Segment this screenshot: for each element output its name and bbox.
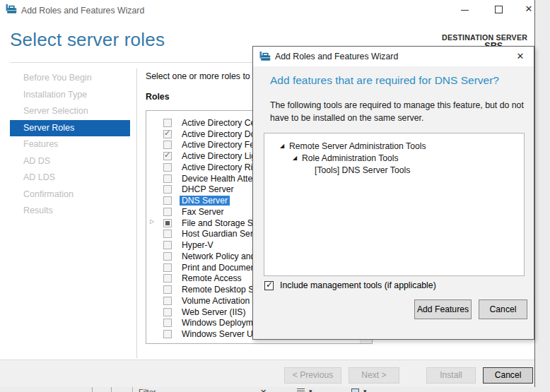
dialog-title: Add Roles and Features Wizard xyxy=(275,52,398,61)
background-divider xyxy=(111,387,112,392)
dialog-close-button[interactable]: ✕ xyxy=(511,47,529,66)
dialog-titlebar: Add Roles and Features Wizard ✕ xyxy=(253,47,534,66)
role-label: DNS Server xyxy=(180,196,230,206)
next-button[interactable]: Next > xyxy=(349,367,399,384)
role-checkbox[interactable] xyxy=(163,263,172,272)
role-checkbox[interactable] xyxy=(163,297,172,305)
sidebar-item-results[interactable]: Results xyxy=(10,203,130,220)
role-checkbox[interactable] xyxy=(163,163,172,172)
tree-item-label: [Tools] DNS Server Tools xyxy=(315,165,410,175)
role-checkbox[interactable] xyxy=(163,308,172,316)
sidebar-item-server-selection[interactable]: Server Selection xyxy=(10,103,130,120)
role-checkbox[interactable]: ✓ xyxy=(163,152,172,160)
required-features-tree: ◢Remote Server Administration Tools◢Role… xyxy=(264,133,525,276)
maximize-button[interactable] xyxy=(486,0,510,18)
role-label: Remote Access xyxy=(180,273,244,283)
previous-button[interactable]: < Previous xyxy=(284,367,341,384)
role-label: DHCP Server xyxy=(180,184,236,194)
role-label: Active Directory Righ xyxy=(180,162,264,172)
roles-list-label: Roles xyxy=(146,92,170,102)
maximize-icon xyxy=(495,6,503,13)
tree-item-label: Remote Server Administration Tools xyxy=(289,141,426,151)
role-checkbox[interactable] xyxy=(163,252,172,261)
role-label: Active Directory Ligh xyxy=(180,151,263,161)
wizard-steps-nav: Before You BeginInstallation TypeServer … xyxy=(10,70,130,220)
checkmark-icon: ✓ xyxy=(164,129,170,138)
page-title: Select server roles xyxy=(10,29,165,51)
checkmark-icon: ✓ xyxy=(266,280,273,290)
background-divider xyxy=(92,387,93,392)
caret-down-icon: ▾ xyxy=(363,388,367,392)
dialog-heading: Add features that are required for DNS S… xyxy=(270,74,499,87)
role-checkbox[interactable]: ✓ xyxy=(163,130,172,138)
include-tools-label: Include management tools (if applicable) xyxy=(280,280,436,290)
role-label: Fax Server xyxy=(180,207,226,217)
role-checkbox[interactable] xyxy=(163,274,172,283)
role-checkbox[interactable] xyxy=(163,230,172,238)
role-checkbox[interactable] xyxy=(163,196,172,205)
save-icon xyxy=(351,388,359,392)
filter-input[interactable]: Filter xyxy=(139,388,156,392)
roles-wizard-icon xyxy=(259,51,271,62)
role-label: Hyper-V xyxy=(180,240,216,250)
role-label: Active Directory Cert xyxy=(180,118,263,128)
checkmark-icon: ✓ xyxy=(164,150,170,160)
sidebar-item-features[interactable]: Features xyxy=(10,136,130,153)
dialog-body-text: The following tools are required to mana… xyxy=(270,99,525,125)
tree-expanded-icon[interactable]: ◢ xyxy=(280,143,289,149)
role-checkbox[interactable] xyxy=(163,241,172,249)
install-button[interactable]: Install xyxy=(426,367,476,384)
role-checkbox[interactable] xyxy=(163,141,172,149)
partial-check-icon xyxy=(165,221,170,225)
role-checkbox[interactable] xyxy=(163,219,172,227)
add-features-dialog: Add Roles and Features Wizard ✕ Add feat… xyxy=(252,46,534,340)
window-title: Add Roles and Features Wizard xyxy=(21,6,144,16)
close-icon: ✕ xyxy=(525,4,533,14)
tree-item[interactable]: [Tools] DNS Server Tools xyxy=(264,164,524,176)
role-label: Web Server (IIS) xyxy=(180,307,248,317)
close-icon: ✕ xyxy=(517,51,525,61)
clear-filter-icon: ✕ xyxy=(260,388,267,392)
close-button[interactable]: ✕ xyxy=(517,0,541,18)
tree-item[interactable]: ◢Role Administration Tools xyxy=(264,152,524,164)
expander-icon[interactable]: ▷ xyxy=(150,218,154,225)
role-checkbox[interactable] xyxy=(163,185,172,194)
include-tools-checkbox[interactable]: ✓ xyxy=(264,281,274,290)
include-tools-row[interactable]: ✓ Include management tools (if applicabl… xyxy=(264,280,436,290)
role-label: Print and Document xyxy=(180,263,260,273)
screen: Add Roles and Features Wizard ✕ Select s… xyxy=(0,0,550,392)
sidebar-item-ad-lds[interactable]: AD LDS xyxy=(10,170,130,186)
role-checkbox[interactable] xyxy=(163,319,172,327)
list-options-icon xyxy=(297,388,305,392)
role-label: Remote Desktop Ser xyxy=(180,285,264,295)
caret-down-icon: ▾ xyxy=(309,388,312,392)
dialog-cancel-button[interactable]: Cancel xyxy=(479,299,527,319)
tree-item-label: Role Administration Tools xyxy=(302,153,399,163)
wizard-footer: < Previous Next > Install Cancel xyxy=(0,360,534,387)
role-checkbox[interactable] xyxy=(163,119,172,127)
add-features-button[interactable]: Add Features xyxy=(414,299,472,319)
destination-server-name-clipped: SRS xyxy=(484,41,503,46)
sidebar-item-ad-ds[interactable]: AD DS xyxy=(10,153,130,170)
tree-item[interactable]: ◢Remote Server Administration Tools xyxy=(264,140,524,152)
tree-expanded-icon[interactable]: ◢ xyxy=(293,155,302,161)
cancel-button[interactable]: Cancel xyxy=(483,367,533,384)
role-checkbox[interactable] xyxy=(163,174,172,183)
sidebar-divider xyxy=(136,69,137,358)
sidebar-item-installation-type[interactable]: Installation Type xyxy=(10,87,130,104)
sidebar-item-confirmation[interactable]: Confirmation xyxy=(10,186,130,203)
filter-box-edge xyxy=(132,387,133,392)
roles-wizard-icon xyxy=(6,4,17,15)
role-checkbox[interactable] xyxy=(163,285,172,294)
sidebar-item-before-you-begin[interactable]: Before You Begin xyxy=(10,70,130,87)
role-checkbox[interactable] xyxy=(163,208,172,216)
minimize-button[interactable] xyxy=(452,0,476,18)
role-checkbox[interactable] xyxy=(163,330,172,338)
sidebar-item-server-roles[interactable]: Server Roles xyxy=(10,120,130,137)
minimize-icon xyxy=(461,0,469,11)
